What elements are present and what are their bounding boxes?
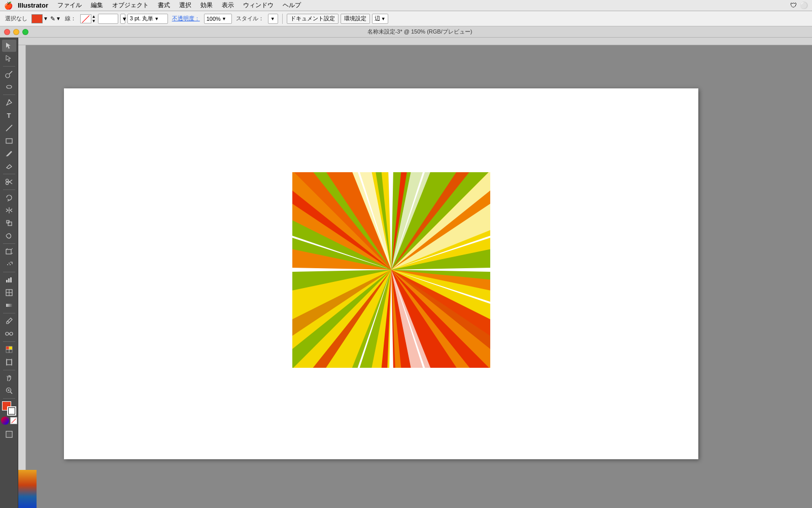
document-settings-button[interactable]: ドキュメント設定: [287, 14, 339, 24]
fill-stroke-controls: [1, 400, 17, 426]
menu-file[interactable]: ファイル: [53, 0, 86, 11]
stroke-width-input[interactable]: [98, 14, 118, 24]
stroke-label: 線：: [63, 15, 78, 22]
svg-rect-10: [8, 222, 12, 226]
svg-point-26: [6, 332, 9, 335]
tool-scissors[interactable]: [2, 176, 16, 188]
tool-symbol-spray[interactable]: [2, 258, 16, 270]
apple-menu[interactable]: 🍎: [4, 2, 13, 10]
none-swatch[interactable]: [10, 417, 17, 424]
window-control-icon: ⚪: [800, 2, 808, 9]
tool-type[interactable]: T: [2, 109, 16, 121]
traffic-light-maximize[interactable]: [22, 29, 28, 35]
tool-eyedropper[interactable]: [2, 315, 16, 327]
stroke-color-box[interactable]: [7, 406, 16, 416]
svg-line-1: [9, 71, 12, 74]
stroke-tool[interactable]: ✎ ▼: [50, 15, 61, 22]
svg-point-18: [10, 264, 11, 265]
tool-rectangle[interactable]: [2, 135, 16, 147]
tool-rotate[interactable]: [2, 192, 16, 204]
svg-rect-12: [6, 249, 11, 254]
ruler-top: [18, 38, 812, 45]
notification-icon: 🛡: [790, 2, 797, 9]
svg-rect-41: [7, 432, 11, 436]
menu-edit[interactable]: 編集: [87, 0, 107, 11]
svg-rect-25: [6, 304, 12, 307]
arrange-dropdown[interactable]: 辺▼: [372, 14, 388, 24]
tool-column-graph[interactable]: [2, 274, 16, 286]
menu-object[interactable]: オブジェクト: [108, 0, 153, 11]
menu-view[interactable]: 表示: [218, 0, 238, 11]
tool-lasso[interactable]: [2, 81, 16, 93]
opacity-label: 不透明度：: [170, 15, 202, 22]
tool-zoom[interactable]: [2, 385, 16, 397]
svg-rect-4: [6, 139, 12, 143]
color-mode-icon[interactable]: [1, 417, 9, 425]
svg-point-0: [6, 74, 10, 78]
tool-pen[interactable]: [2, 97, 16, 109]
tool-direct-select[interactable]: [2, 52, 16, 65]
window-chrome: 名称未設定-3* @ 150% (RGB/プレビュー): [0, 26, 812, 38]
tool-mesh[interactable]: [2, 287, 16, 299]
svg-rect-19: [6, 280, 8, 282]
ruler-left: [18, 38, 26, 508]
app-name: Illustrator: [18, 2, 48, 9]
traffic-light-close[interactable]: [4, 29, 10, 35]
style-dropdown[interactable]: ▼: [268, 14, 278, 24]
tool-gradient[interactable]: [2, 299, 16, 311]
tool-free-transform[interactable]: [2, 245, 16, 258]
artboard: [64, 88, 698, 459]
main-layout: T: [0, 38, 812, 508]
svg-rect-29: [6, 346, 9, 350]
tool-select[interactable]: [2, 40, 16, 52]
stroke-size-dropdown[interactable]: 3 pt. 丸単▼: [127, 14, 168, 24]
tool-magic-wand[interactable]: [2, 68, 16, 80]
opacity-input[interactable]: 100%▼: [204, 14, 232, 24]
tool-change-screen-mode[interactable]: [2, 428, 16, 440]
svg-point-6: [6, 179, 8, 182]
menu-type[interactable]: 書式: [154, 0, 174, 11]
tool-warp[interactable]: [2, 230, 16, 242]
svg-point-2: [8, 100, 10, 101]
canvas-area[interactable]: [18, 38, 812, 508]
tool-blend[interactable]: [2, 328, 16, 340]
tool-live-paint[interactable]: [2, 343, 16, 356]
tool-eraser[interactable]: [2, 160, 16, 172]
menubar: 🍎 Illustrator ファイル 編集 オブジェクト 書式 選択 効果 表示…: [0, 0, 812, 11]
svg-rect-21: [10, 277, 12, 282]
toolbox: T: [0, 38, 18, 508]
menu-help[interactable]: ヘルプ: [279, 0, 305, 11]
selection-label: 選択なし: [3, 15, 29, 22]
tool-artboard[interactable]: [2, 356, 16, 368]
window-title: 名称未設定-3* @ 150% (RGB/プレビュー): [31, 28, 808, 36]
style-label: スタイル：: [234, 15, 266, 22]
menu-effect[interactable]: 効果: [196, 0, 217, 11]
svg-rect-33: [7, 360, 12, 365]
svg-rect-32: [9, 350, 12, 353]
menu-select[interactable]: 選択: [175, 0, 195, 11]
svg-line-3: [6, 125, 12, 131]
menu-window[interactable]: ウィンドウ: [239, 0, 278, 11]
svg-point-27: [10, 332, 13, 335]
tool-line[interactable]: [2, 122, 16, 134]
traffic-light-minimize[interactable]: [13, 29, 19, 35]
svg-rect-30: [9, 346, 12, 350]
svg-point-5: [6, 182, 8, 185]
svg-point-17: [9, 263, 10, 264]
svg-point-16: [7, 264, 8, 265]
svg-line-14: [11, 248, 13, 249]
bottom-color-strip: [18, 470, 37, 508]
svg-line-37: [10, 392, 12, 394]
svg-rect-20: [8, 278, 10, 282]
svg-rect-31: [6, 350, 9, 353]
sunburst-artwork: [292, 172, 490, 368]
tool-hand[interactable]: [2, 372, 16, 384]
control-bar: 選択なし ▼ ✎ ▼ 線： ▲ ▼ ▼ 3 pt. 丸単▼ 不透明度： 100%…: [0, 11, 812, 26]
stroke-color-swatch[interactable]: ▲ ▼: [80, 14, 96, 23]
tool-scale[interactable]: [2, 217, 16, 229]
stroke-dropdown[interactable]: ▼: [120, 14, 125, 24]
tool-pencil[interactable]: [2, 147, 16, 160]
tool-reflect[interactable]: [2, 204, 16, 216]
preferences-button[interactable]: 環境設定: [341, 14, 370, 24]
fill-swatch[interactable]: ▼: [31, 14, 48, 23]
